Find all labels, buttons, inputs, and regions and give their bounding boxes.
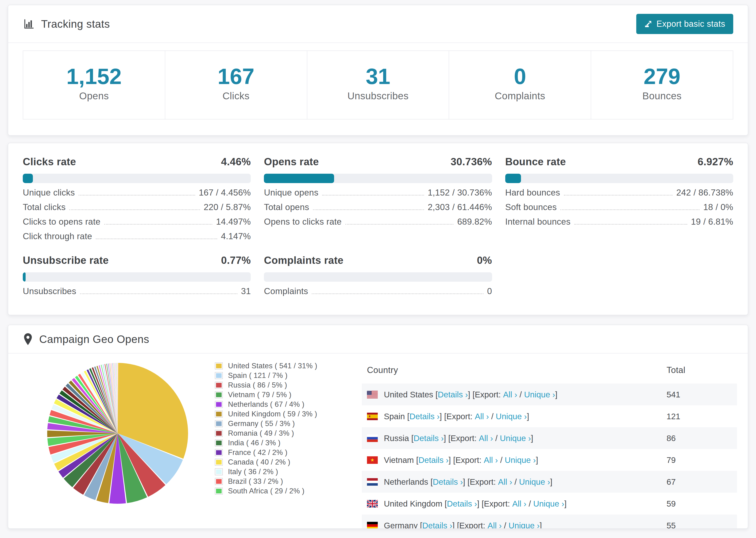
- details-link[interactable]: Details ›: [418, 456, 449, 465]
- stat-value: 1,152: [23, 65, 165, 88]
- rates-grid: Clicks rate4.46%Unique clicks167 / 4.456…: [23, 156, 733, 296]
- export-unique-link[interactable]: Unique ›: [505, 456, 536, 465]
- geo-table-row-russia: Russia [Details ›] [Export: All › / Uniq…: [362, 427, 737, 449]
- geo-table-row-vietnam: Vietnam [Details ›] [Export: All › / Uni…: [362, 449, 737, 471]
- stat-label: Opens: [23, 90, 165, 102]
- detail-label: Unique clicks: [23, 188, 75, 198]
- legend-label: Canada ( 40 / 2% ): [228, 458, 291, 466]
- leader-dots: [561, 203, 699, 210]
- export-all-link[interactable]: All ›: [498, 477, 512, 487]
- legend-label: United Kingdom ( 59 / 3% ): [228, 410, 317, 418]
- legend-swatch: [215, 488, 223, 495]
- stat-detail-row: Complaints0: [264, 286, 492, 296]
- legend-label: France ( 42 / 2% ): [228, 448, 288, 457]
- legend-swatch: [215, 478, 223, 485]
- stat-detail-row: Internal bounces19 / 6.81%: [505, 217, 733, 227]
- stat-detail-row: Total opens2,303 / 61.446%: [264, 202, 492, 212]
- detail-label: Internal bounces: [505, 217, 570, 227]
- detail-label: Opens to clicks rate: [264, 217, 342, 227]
- detail-value: 31: [241, 286, 251, 296]
- legend-label: Spain ( 121 / 7% ): [228, 371, 288, 380]
- detail-value: 18 / 0%: [703, 202, 733, 212]
- legend-swatch: [215, 401, 223, 408]
- leader-dots: [80, 287, 237, 294]
- stat-detail-row: Unsubscribes31: [23, 286, 251, 296]
- progress-bar: [23, 272, 251, 282]
- export-unique-link[interactable]: Unique ›: [519, 477, 550, 487]
- rate-title: Complaints rate: [264, 254, 344, 266]
- export-all-link[interactable]: All ›: [475, 412, 489, 421]
- geo-pie-chart: [45, 360, 190, 506]
- detail-label: Total clicks: [23, 202, 66, 212]
- leader-dots: [312, 287, 483, 294]
- export-unique-link[interactable]: Unique ›: [496, 412, 527, 421]
- country-name: United Kingdom: [384, 499, 442, 509]
- detail-value: 14.497%: [216, 217, 251, 227]
- progress-bar-fill: [23, 174, 33, 183]
- total-cell: 86: [667, 427, 737, 449]
- export-basic-stats-button[interactable]: Export basic stats: [636, 14, 733, 34]
- stat-card-unsubscribes: 31Unsubscribes: [307, 51, 449, 119]
- progress-bar: [264, 174, 492, 183]
- legend-label: Netherlands ( 67 / 4% ): [228, 400, 304, 409]
- legend-item-netherlands: Netherlands ( 67 / 4% ): [215, 400, 328, 409]
- export-button-label: Export basic stats: [657, 19, 725, 29]
- export-icon: [644, 20, 652, 28]
- stat-detail-row: Soft bounces18 / 0%: [505, 202, 733, 212]
- country-column-header: Country: [362, 358, 667, 384]
- legend-label: Brazil ( 33 / 2% ): [228, 477, 283, 486]
- details-link[interactable]: Details ›: [409, 412, 440, 421]
- pie-slice-other-32[interactable]: [115, 363, 118, 433]
- legend-item-russia: Russia ( 86 / 5% ): [215, 380, 328, 390]
- progress-bar: [23, 174, 251, 183]
- legend-label: India ( 46 / 3% ): [228, 439, 281, 447]
- export-all-link[interactable]: All ›: [488, 521, 502, 529]
- country-name: Russia: [384, 434, 409, 443]
- geo-table-row-netherlands: Netherlands [Details ›] [Export: All › /…: [362, 471, 737, 493]
- leader-dots: [79, 188, 195, 195]
- legend-item-romania: Romania ( 49 / 3% ): [215, 428, 328, 438]
- details-link[interactable]: Details ›: [422, 521, 452, 529]
- legend-swatch: [215, 410, 223, 418]
- legend-item-france: France ( 42 / 2% ): [215, 448, 328, 457]
- nl-flag-icon: [367, 478, 378, 486]
- total-cell: 79: [667, 449, 737, 471]
- country-name: Germany: [384, 521, 418, 529]
- geo-title: Campaign Geo Opens: [39, 333, 149, 346]
- export-all-link[interactable]: All ›: [484, 456, 498, 465]
- export-unique-link[interactable]: Unique ›: [533, 499, 564, 509]
- stat-value: 279: [591, 65, 733, 88]
- legend-swatch: [215, 449, 223, 456]
- de-flag-icon: [367, 522, 378, 529]
- detail-value: 4.147%: [221, 232, 251, 241]
- export-unique-link[interactable]: Unique ›: [500, 434, 531, 443]
- total-cell: 59: [667, 493, 737, 514]
- details-link[interactable]: Details ›: [413, 434, 444, 443]
- legend-item-spain: Spain ( 121 / 7% ): [215, 371, 328, 380]
- progress-bar-fill: [23, 272, 26, 282]
- total-cell: 67: [667, 471, 737, 493]
- legend-label: Romania ( 49 / 3% ): [228, 429, 294, 438]
- export-all-link[interactable]: All ›: [503, 390, 517, 399]
- details-link[interactable]: Details ›: [447, 499, 477, 509]
- detail-value: 0: [487, 286, 492, 296]
- map-pin-icon: [23, 333, 33, 346]
- legend-swatch: [215, 468, 223, 475]
- us-flag-icon: [367, 391, 378, 398]
- details-link[interactable]: Details ›: [438, 390, 468, 399]
- details-link[interactable]: Details ›: [433, 477, 463, 487]
- rate-block-opens-rate: Opens rate30.736%Unique opens1,152 / 30.…: [264, 156, 492, 241]
- legend-swatch: [215, 420, 223, 427]
- rate-block-clicks-rate: Clicks rate4.46%Unique clicks167 / 4.456…: [23, 156, 251, 241]
- detail-label: Hard bounces: [505, 188, 560, 198]
- export-all-link[interactable]: All ›: [479, 434, 493, 443]
- export-unique-link[interactable]: Unique ›: [524, 390, 555, 399]
- leader-dots: [345, 218, 453, 225]
- detail-value: 167 / 4.456%: [199, 188, 251, 198]
- country-name: United States: [384, 390, 433, 399]
- country-name: Netherlands: [384, 477, 428, 487]
- total-cell: 55: [667, 514, 737, 529]
- export-all-link[interactable]: All ›: [512, 499, 526, 509]
- export-unique-link[interactable]: Unique ›: [509, 521, 540, 529]
- ru-flag-icon: [367, 435, 378, 442]
